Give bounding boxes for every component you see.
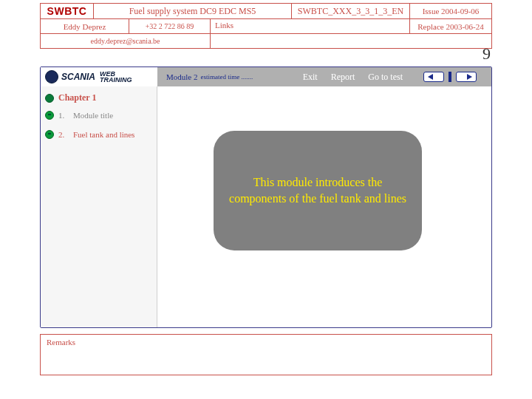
intro-callout: This module introduces the components of… (214, 131, 422, 250)
item-number: 1. (58, 111, 69, 120)
sidebar-item-fuel-tank[interactable]: 2. Fuel tank and lines (45, 130, 152, 139)
training-slide: SCANIA WEB TRAINING Module 2 estimated t… (40, 66, 492, 328)
doc-code: SWBTC_XXX_3_3_1_3_EN (292, 4, 410, 18)
status-smiley-icon (45, 130, 54, 139)
doc-links-label: Links (211, 19, 410, 33)
training-label: TRAINING (100, 77, 132, 83)
scania-brand: SCANIA (61, 72, 95, 82)
status-smiley-icon (45, 111, 54, 120)
swbtc-logo: SWBTC (41, 4, 94, 18)
estimated-time: estimated time ....... (200, 73, 253, 81)
prev-page-button[interactable] (423, 72, 444, 82)
go-to-test-link[interactable]: Go to test (368, 72, 403, 83)
item-label: Module title (73, 111, 113, 120)
scania-logo-block: SCANIA WEB TRAINING (41, 67, 157, 86)
doc-author: Eddy Deprez (41, 19, 129, 33)
slide-topbar: SCANIA WEB TRAINING Module 2 estimated t… (41, 67, 491, 86)
doc-email: eddy.deprez@scania.be (41, 34, 211, 48)
chapter-title: Chapter 1 (58, 92, 96, 103)
report-link[interactable]: Report (331, 72, 355, 83)
doc-issue: Issue 2004-09-06 (410, 4, 491, 18)
item-number: 2. (58, 130, 69, 139)
chapter-heading: Chapter 1 (45, 92, 152, 103)
chapter-sidebar: Chapter 1 1. Module title 2. Fuel tank a… (41, 86, 157, 327)
sidebar-item-module-title[interactable]: 1. Module title (45, 111, 152, 120)
next-page-button[interactable] (456, 72, 477, 82)
page-indicator-icon (449, 72, 451, 82)
page-number: 9 (482, 44, 491, 64)
doc-replace: Replace 2003-06-24 (410, 19, 491, 33)
module-label: Module 2 (166, 72, 197, 81)
scania-griffin-icon (45, 70, 58, 83)
doc-phone: +32 2 722 86 89 (129, 19, 211, 33)
callout-text: This module introduces the components of… (228, 174, 407, 206)
remarks-box: Remarks (40, 334, 492, 375)
document-header: SWBTC Fuel supply system DC9 EDC MS5 SWB… (40, 3, 492, 49)
exit-link[interactable]: Exit (303, 72, 318, 83)
remarks-label: Remarks (47, 338, 75, 347)
chapter-dot-icon (45, 94, 54, 103)
doc-title: Fuel supply system DC9 EDC MS5 (94, 4, 292, 18)
item-label: Fuel tank and lines (73, 130, 134, 139)
slide-content: This module introduces the components of… (157, 86, 491, 327)
